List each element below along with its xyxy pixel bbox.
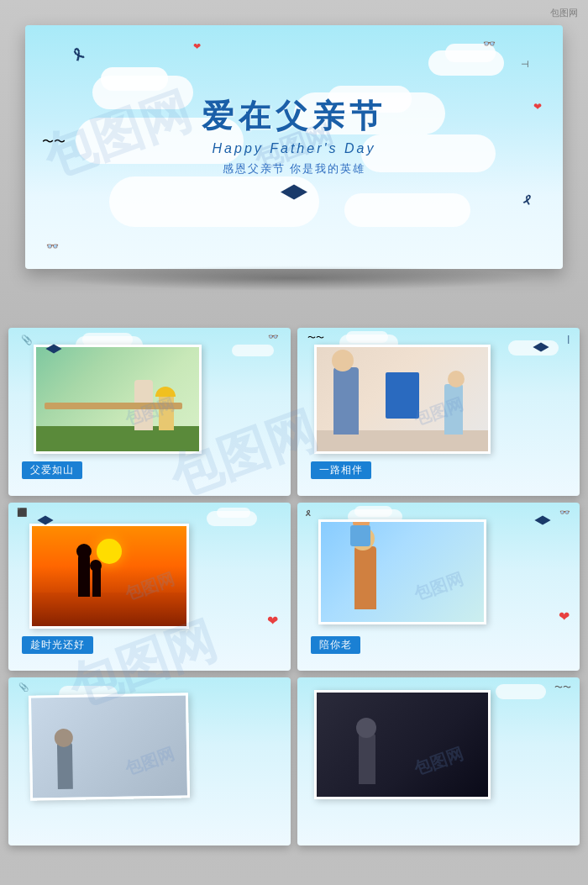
panel3-bowtie	[32, 513, 59, 531]
deco-tie-1: 🎗	[68, 44, 90, 66]
deco-tie-2: 🎗	[520, 192, 535, 208]
hero-subtitle: 感恩父亲节 你是我的英雄	[202, 161, 386, 176]
panel3-deco-bone: ⬛	[17, 508, 27, 517]
panel4-photo	[318, 519, 486, 624]
panel-3: ⬛ ❤ 趁时光还好 包图网	[8, 503, 291, 671]
panel6-photo	[314, 690, 491, 799]
hero-title-chinese: 爱在父亲节	[202, 95, 386, 138]
hero-title-english: Happy Father's Day	[202, 141, 386, 156]
site-logo: 包图网	[550, 7, 578, 19]
bowtie-icon	[281, 185, 307, 200]
panel1-photo	[34, 345, 202, 454]
hero-bowtie	[202, 185, 386, 200]
hero-content: 爱在父亲节 Happy Father's Day 感恩父亲节 你是我的英雄	[202, 95, 386, 200]
panel2-photo	[314, 345, 491, 454]
panel3-photo	[29, 524, 189, 629]
panel2-deco-tie: |	[567, 335, 570, 344]
panel4-bowtie	[529, 513, 556, 531]
panel1-caption: 父爱如山	[22, 461, 82, 479]
panel3-caption: 趁时光还好	[22, 636, 93, 654]
cloud-1b	[101, 67, 168, 91]
panel4-deco-heart: ❤	[559, 608, 570, 624]
panel4-deco-glasses: 👓	[559, 508, 570, 517]
panel1-bowtie	[40, 341, 67, 360]
panel4-deco-tie: 🎗	[304, 509, 312, 518]
panel6-deco: 〜〜	[554, 682, 571, 693]
panel2-caption: 一路相伴	[311, 461, 371, 479]
deco-heart-1	[193, 40, 201, 52]
panel-2: 〜〜 | 一路相伴 包图网	[297, 328, 580, 496]
panel-5: 📎 包图网	[8, 677, 291, 845]
panel2-bowtie	[528, 340, 554, 358]
panel5-deco: 📎	[18, 682, 29, 692]
panel1-deco-clip: 📎	[21, 335, 33, 345]
panel3-deco-heart: ❤	[267, 613, 278, 629]
deco-mustache-1: 〜〜	[42, 134, 66, 150]
panel-6: 〜〜 包图网	[297, 677, 580, 845]
deco-bone-1: ⊣	[521, 59, 529, 70]
deco-heart-2: ❤	[533, 101, 542, 113]
deco-glasses-2: 👓	[46, 240, 59, 252]
panel-4: 👓 ❤ 🎗 陪你老 包图网	[297, 503, 580, 671]
hero-shadow	[50, 266, 538, 291]
panels-bottom-row: 📎 包图网 〜〜 包图网	[8, 677, 580, 845]
panel5-photo	[29, 693, 190, 800]
panel2-deco-mustache: 〜〜	[307, 332, 324, 344]
panel-1: 📎 👓 父爱如山 包图网	[8, 328, 291, 496]
panel1-deco-glasses: 👓	[268, 332, 278, 341]
deco-glasses-1: 👓	[483, 38, 496, 50]
panel4-caption: 陪你老	[311, 636, 360, 654]
hero-card: 🎗 👓 ⊣ 〜〜 ❤ 🎗 👓 爱在父亲节 Happy Father's Day …	[25, 25, 563, 269]
